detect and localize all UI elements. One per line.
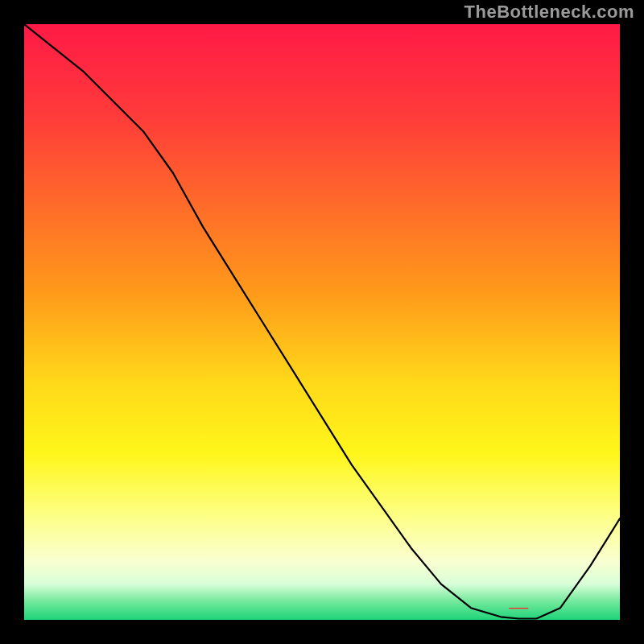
chart-svg: —— bbox=[24, 24, 620, 620]
chart-plot-area: —— bbox=[24, 24, 620, 620]
chart-annotation: —— bbox=[509, 602, 528, 613]
watermark-label: TheBottleneck.com bbox=[464, 2, 634, 23]
chart-stage: TheBottleneck.com —— bbox=[0, 0, 644, 644]
chart-background bbox=[24, 24, 620, 620]
